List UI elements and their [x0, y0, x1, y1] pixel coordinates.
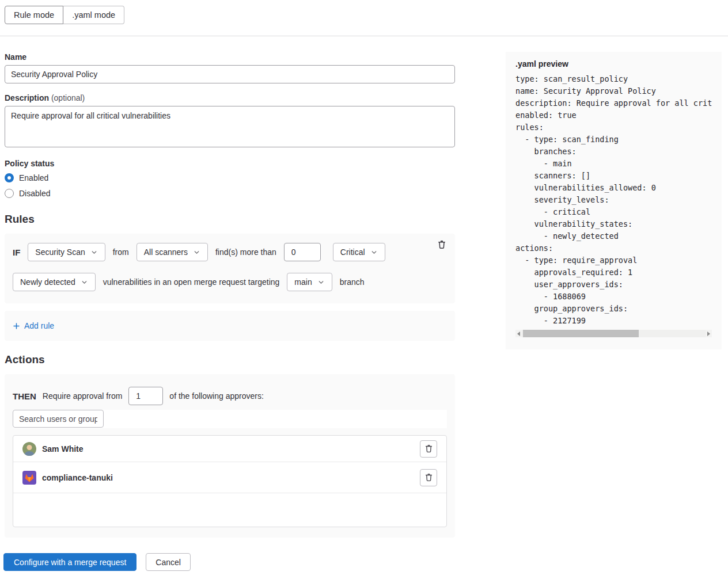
- yaml-preview-code: type: scan_result_policy name: Security …: [515, 73, 712, 327]
- description-input[interactable]: Require approval for all critical vulner…: [5, 106, 455, 147]
- approver-row-sam-white: Sam White: [13, 436, 446, 462]
- chevron-down-icon: [90, 249, 98, 256]
- vulnerabilities-allowed-input[interactable]: [284, 243, 321, 261]
- approvals-required-input[interactable]: [128, 387, 163, 405]
- delete-rule-button[interactable]: [436, 239, 448, 250]
- chevron-down-icon: [81, 279, 88, 286]
- approver-name: compliance-tanuki: [42, 473, 113, 482]
- form-footer: Configure with a merge request Cancel: [3, 553, 455, 571]
- search-users-groups-input[interactable]: [13, 410, 104, 428]
- scrollbar-thumb[interactable]: [523, 330, 639, 337]
- name-input[interactable]: [5, 65, 455, 83]
- policy-status-disabled-option[interactable]: Disabled: [5, 188, 455, 199]
- name-label: Name: [5, 52, 455, 62]
- require-approval-text: Require approval from: [43, 391, 123, 401]
- actions-heading: Actions: [5, 353, 455, 366]
- trash-icon: [424, 444, 433, 453]
- approver-select: [13, 410, 447, 428]
- remove-approver-button[interactable]: [420, 469, 437, 486]
- yaml-preview-heading: .yaml preview: [515, 59, 712, 68]
- trash-icon: [424, 473, 433, 482]
- policy-editor-page: Rule mode .yaml mode Name Description (o…: [0, 0, 728, 571]
- actions-card: THEN Require approval from of the follow…: [5, 374, 455, 538]
- chevron-down-icon: [370, 249, 378, 256]
- tab-yaml-mode[interactable]: .yaml mode: [63, 6, 124, 24]
- rule-card: IF Security Scan from All scanners find(…: [5, 234, 455, 303]
- add-rule-card: Add rule: [5, 311, 455, 341]
- scan-type-dropdown[interactable]: Security Scan: [28, 243, 105, 261]
- description-optional-hint: (optional): [51, 93, 85, 102]
- scroll-right-arrow-icon[interactable]: [706, 330, 712, 337]
- remove-approver-button[interactable]: [420, 440, 437, 458]
- branch-dropdown[interactable]: main: [287, 273, 332, 291]
- rule-row-1: IF Security Scan from All scanners find(…: [13, 243, 447, 261]
- description-label: Description (optional): [5, 93, 455, 102]
- policy-form: Name Description (optional) Require appr…: [5, 36, 455, 571]
- then-row: THEN Require approval from of the follow…: [13, 387, 447, 405]
- scanners-dropdown[interactable]: All scanners: [136, 243, 208, 261]
- radio-disabled-label: Disabled: [19, 189, 50, 198]
- policy-status-label: Policy status: [5, 159, 455, 168]
- horizontal-scrollbar[interactable]: [515, 330, 712, 337]
- approver-row-compliance-tanuki: compliance-tanuki: [13, 462, 446, 493]
- configure-merge-request-button[interactable]: Configure with a merge request: [3, 553, 136, 571]
- rule-row-2: Newly detected vulnerabilities in an ope…: [13, 273, 447, 291]
- approver-name: Sam White: [42, 444, 84, 454]
- severity-dropdown[interactable]: Critical: [333, 243, 385, 261]
- following-approvers-text: of the following approvers:: [169, 391, 263, 401]
- trash-icon: [437, 240, 446, 249]
- targeting-text: vulnerabilities in an open merge request…: [103, 277, 280, 287]
- vulnerability-state-dropdown[interactable]: Newly detected: [13, 273, 96, 291]
- yaml-preview-panel: .yaml preview type: scan_result_policy n…: [506, 52, 722, 349]
- mode-tab-group: Rule mode .yaml mode: [5, 6, 124, 24]
- rules-heading: Rules: [5, 213, 455, 226]
- add-rule-button[interactable]: Add rule: [13, 321, 54, 330]
- chevron-down-icon: [193, 249, 200, 256]
- user-avatar: [22, 442, 36, 456]
- approver-list: Sam White compliance-tanuki: [13, 435, 447, 527]
- policy-status-enabled-option[interactable]: Enabled: [5, 172, 455, 184]
- radio-disabled-icon[interactable]: [5, 189, 14, 198]
- from-text: from: [113, 247, 129, 257]
- cancel-button[interactable]: Cancel: [146, 553, 191, 571]
- group-avatar: [22, 471, 36, 485]
- scroll-left-arrow-icon[interactable]: [515, 330, 522, 337]
- then-label: THEN: [13, 391, 36, 401]
- radio-enabled-icon[interactable]: [5, 173, 14, 182]
- tab-rule-mode[interactable]: Rule mode: [5, 6, 63, 24]
- plus-icon: [13, 322, 20, 330]
- scrollbar-track[interactable]: [522, 330, 706, 337]
- branch-text: branch: [340, 277, 365, 287]
- finds-more-than-text: find(s) more than: [215, 247, 276, 257]
- radio-enabled-label: Enabled: [19, 173, 48, 182]
- if-label: IF: [13, 247, 20, 257]
- chevron-down-icon: [317, 279, 325, 286]
